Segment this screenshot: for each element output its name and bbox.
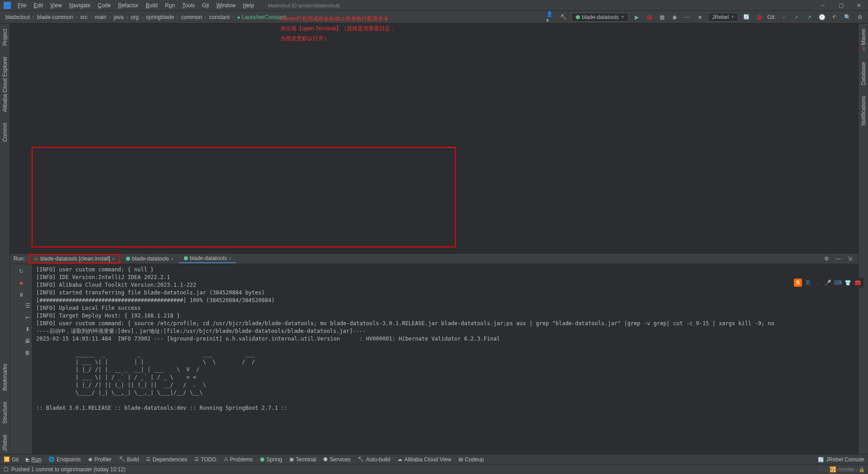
git-push-icon[interactable]: ↗ xyxy=(805,13,814,22)
tab-notifications[interactable]: Notifications xyxy=(859,93,868,128)
git-update-icon[interactable]: ✓ xyxy=(779,13,788,22)
main-panel: Run: m blade-datatools [clean.install] ×… xyxy=(10,24,858,454)
run-button[interactable]: ▶ xyxy=(632,13,641,22)
menu-refactor[interactable]: Refactor xyxy=(115,1,142,9)
git-rollback-icon[interactable]: ↶ xyxy=(830,13,839,22)
trash-icon[interactable]: 🗑 xyxy=(23,348,32,357)
crumb[interactable]: blade-common xyxy=(35,13,75,21)
ime-toolbox-icon[interactable]: 🧰 xyxy=(854,279,862,287)
menu-code[interactable]: Code xyxy=(94,1,114,9)
ime-logo[interactable]: S xyxy=(794,279,802,287)
run-tab-app1[interactable]: ⬢ blade-datatools × xyxy=(121,255,178,263)
menu-run[interactable]: Run xyxy=(162,1,178,9)
menu-window[interactable]: Window xyxy=(213,1,239,9)
tw-dependencies[interactable]: ☰ Dependencies xyxy=(146,456,187,463)
minimize-panel-icon[interactable]: — xyxy=(834,254,843,263)
jrebel-selector[interactable]: JRebel ▼ xyxy=(708,13,738,22)
maximize-button[interactable]: ▢ xyxy=(832,0,850,11)
tw-build[interactable]: 🔨 Build xyxy=(119,456,139,463)
ime-keyboard-icon[interactable]: ⌨ xyxy=(834,279,842,287)
stop-button[interactable]: ■ xyxy=(695,13,704,22)
coverage-icon[interactable]: ▦ xyxy=(657,13,666,22)
tw-spring[interactable]: ⬢ Spring xyxy=(260,456,282,463)
debug-button[interactable]: 🐞 xyxy=(645,13,654,22)
run-tabs: m blade-datatools [clean.install] × ⬢ bl… xyxy=(28,254,236,264)
jrebel-debug-icon[interactable]: 🐞 xyxy=(755,13,764,22)
rerun-icon[interactable]: ↻ xyxy=(17,267,26,276)
tab-commit[interactable]: Commit xyxy=(1,120,9,144)
console-output[interactable]: [INFO] user custom command: { null } [IN… xyxy=(33,264,858,454)
tw-run[interactable]: ▶ Run xyxy=(26,456,41,463)
ime-comma-icon[interactable]: ， xyxy=(814,279,822,287)
content-area: Project Alibaba Cloud Explorer Commit Bo… xyxy=(0,24,868,454)
crumb[interactable]: org xyxy=(129,13,140,21)
ime-lang[interactable]: 英 xyxy=(804,279,812,287)
tw-problems[interactable]: ⚠ Problems xyxy=(224,456,253,463)
minimize-button[interactable]: ─ xyxy=(814,0,832,11)
menu-git[interactable]: Git xyxy=(199,1,212,9)
stop-icon[interactable]: ■ xyxy=(17,279,26,288)
git-commit-icon[interactable]: ✓ xyxy=(792,13,801,22)
ime-mic-icon[interactable]: 🎤 xyxy=(824,279,832,287)
run-tab-app2[interactable]: ⬢ blade-datatools × xyxy=(179,254,236,263)
tab-alibaba-explorer[interactable]: Alibaba Cloud Explorer xyxy=(1,54,9,115)
crumb[interactable]: java xyxy=(112,13,125,21)
pause-icon[interactable]: ⏸ xyxy=(17,290,26,299)
search-icon[interactable]: 🔍 xyxy=(843,13,852,22)
tw-git[interactable]: 🔀 Git xyxy=(4,456,19,463)
user-icon[interactable]: 👤▾ xyxy=(546,13,555,22)
menu-help[interactable]: Help xyxy=(240,1,257,9)
print-icon[interactable]: 🖶 xyxy=(23,337,32,346)
menu-build[interactable]: Build xyxy=(142,1,161,9)
gear-icon[interactable]: ⚙ xyxy=(822,254,831,263)
hide-panel-icon[interactable]: ⇲ xyxy=(845,254,854,263)
tab-structure[interactable]: Structure xyxy=(1,399,9,427)
tw-autobuild[interactable]: 🔨 Auto-build xyxy=(358,456,390,463)
tw-alibaba[interactable]: ☁ Alibaba Cloud View xyxy=(397,456,451,463)
editor-area[interactable] xyxy=(10,24,858,253)
ime-skin-icon[interactable]: 👕 xyxy=(844,279,852,287)
tab-project[interactable]: Project xyxy=(1,26,9,48)
tw-jrebel-console[interactable]: JRebel Console xyxy=(818,456,864,463)
menu-navigate[interactable]: Navigate xyxy=(66,1,94,9)
build-icon[interactable]: 🔨 xyxy=(559,13,568,22)
more-icon[interactable]: ⋯ xyxy=(683,13,692,22)
crumb[interactable]: bladxclout xyxy=(4,13,32,21)
tw-endpoints[interactable]: 🌐 Endpoints xyxy=(48,456,80,463)
wrap-icon[interactable]: ↩ xyxy=(23,313,32,322)
menu-edit[interactable]: Edit xyxy=(30,1,46,9)
tab-database[interactable]: Database xyxy=(859,59,868,88)
close-icon[interactable]: × xyxy=(112,256,115,261)
scroll-icon[interactable]: ⬇ xyxy=(23,325,32,334)
menu-file[interactable]: File xyxy=(14,1,29,9)
filter-icon[interactable]: ☰ xyxy=(23,301,32,310)
close-icon[interactable]: × xyxy=(171,256,174,261)
close-icon[interactable]: × xyxy=(229,256,231,261)
crumb-file[interactable]: ● LauncherConstant xyxy=(235,13,288,21)
crumb[interactable]: common xyxy=(179,13,204,21)
spring-icon: ⬢ xyxy=(184,255,188,261)
crumb[interactable]: springblade xyxy=(144,13,176,21)
tw-terminal[interactable]: ▣ Terminal xyxy=(289,456,316,463)
crumb[interactable]: constant xyxy=(208,13,231,21)
git-history-icon[interactable]: 🕘 xyxy=(817,13,826,22)
tw-todo[interactable]: ☰ TODO xyxy=(194,456,216,463)
run-tab-maven[interactable]: m blade-datatools [clean.install] × xyxy=(28,254,120,264)
menu-tools[interactable]: Tools xyxy=(179,1,198,9)
tw-services[interactable]: ⬣ Services xyxy=(323,456,350,463)
tab-jrebel[interactable]: JRebel xyxy=(1,432,9,454)
tool-window-bar: 🔀 Git ▶ Run 🌐 Endpoints ◉ Profiler 🔨 Bui… xyxy=(0,454,868,464)
crumb[interactable]: src xyxy=(78,13,89,21)
tw-profiler[interactable]: ◉ Profiler xyxy=(88,456,112,463)
navigation-bar: bladxclout› blade-common› src› main› jav… xyxy=(0,11,868,24)
menu-view[interactable]: View xyxy=(47,1,65,9)
jrebel-icon[interactable] xyxy=(742,13,751,22)
tab-maven[interactable]: mMaven xyxy=(859,26,868,54)
close-button[interactable]: ✕ xyxy=(850,0,868,11)
crumb[interactable]: main xyxy=(93,13,108,21)
settings-icon[interactable]: ⚙ xyxy=(855,13,864,22)
run-config-selector[interactable]: ⬢blade-datatools ▼ xyxy=(571,13,628,22)
profile-icon[interactable]: ◉ xyxy=(670,13,679,22)
tab-bookmarks[interactable]: Bookmarks xyxy=(1,361,9,393)
tw-codeup[interactable]: ▤ Codeup xyxy=(458,456,484,463)
